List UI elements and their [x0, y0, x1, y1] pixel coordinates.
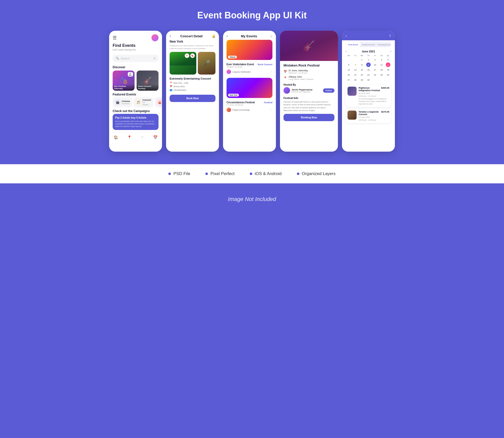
day-tu: Tu [352, 54, 359, 57]
calendar-day[interactable]: 25 [379, 73, 384, 77]
calendar-day[interactable]: 15 [360, 68, 364, 72]
calendar-day[interactable]: 20 [346, 73, 351, 77]
calendar-day[interactable]: 14 [353, 68, 358, 72]
share-icon[interactable]: ⇧ [389, 34, 391, 38]
calendar-day[interactable]: 17 [373, 68, 377, 72]
book-now-button[interactable]: Book Now [170, 95, 215, 102]
more-options-2[interactable]: ⋮ [269, 108, 272, 112]
back-icon-events[interactable]: ‹ [227, 34, 228, 38]
concert-card[interactable]: 🎸 Rock ConcertSunday [137, 71, 159, 91]
calendar-day[interactable]: 9 [366, 62, 371, 67]
bookmark-icon[interactable]: 🔖 [190, 53, 195, 58]
event-thumb-1 [348, 87, 357, 96]
home-nav-icon[interactable]: 🏠 [114, 135, 118, 139]
calendar-day[interactable]: 6 [346, 62, 351, 67]
search-bar[interactable]: 🔍 Search ⊞ [113, 55, 159, 62]
festival-card[interactable]: 🎭 17Dec Dec FestivalSaturday [113, 71, 135, 91]
event-info-cal-2: Tenetur a Sapiente Concert $270.00 12 Ju… [359, 111, 389, 121]
concert-image-2: 🎤 [198, 52, 215, 75]
feature-dot-pixel [205, 173, 208, 175]
menu-icon[interactable]: ☰ [113, 35, 117, 41]
calendar-day[interactable]: 16 [366, 68, 371, 72]
concert-detail-title: Concert Detail [180, 34, 203, 38]
follow-button[interactable]: Follow [323, 88, 334, 93]
event-info-2: Circumstances Festival Festival 27 June,… [223, 100, 276, 107]
calendar-day[interactable]: 28 [353, 78, 358, 82]
screen1-header: ☰ [109, 31, 162, 43]
footer-text: Image Not Included [5, 196, 499, 203]
tab-free-event[interactable]: Free Event [345, 42, 361, 47]
calendar-day[interactable]: 10 [373, 62, 377, 67]
calendar-day[interactable]: 27 [346, 78, 351, 82]
calendar-day[interactable]: 21 [353, 73, 358, 77]
concert-count: 16 events [142, 101, 151, 106]
calendar-event-2[interactable]: Tenetur a Sapiente Concert $270.00 12 Ju… [345, 109, 391, 123]
tab-trending-event[interactable]: Trending Event [376, 42, 391, 47]
host-left: Jarvis Pepperspray Dolorem eum fugiat qu… [284, 87, 312, 94]
calendar-day[interactable]: 19 [386, 68, 390, 72]
concert-description: Vestibulum nec felis laoreet, euismod mi… [166, 44, 219, 52]
my-events-header: ‹ My Events ⊟ [223, 31, 276, 40]
feature-label-ios: iOS & Android [255, 171, 282, 176]
calendar-next-icon[interactable]: › [390, 50, 391, 53]
calendar-day[interactable]: 7 [353, 62, 358, 67]
calendar-day[interactable]: 13 [346, 68, 351, 72]
location-icon: 📍 [170, 82, 172, 84]
favorites-nav-icon[interactable]: ♡ [141, 135, 144, 139]
calendar-day[interactable]: 29 [360, 78, 364, 82]
more-options-1[interactable]: ⋮ [269, 70, 272, 74]
event-date-1: 18 April, 11:00 pm [227, 66, 272, 68]
calendar-day[interactable]: 11 [379, 62, 384, 67]
calendar-back-icon[interactable]: ‹ [345, 34, 347, 38]
feature-dot-psd [168, 173, 171, 175]
back-icon[interactable]: ‹ [170, 34, 171, 38]
calendar-day[interactable]: 24 [373, 73, 377, 77]
host-row-2: Fergus Douchebag ⋮ [223, 107, 276, 114]
calendar-day[interactable]: 1 [360, 57, 364, 62]
campaign-label: Check out the Campaigns [109, 107, 162, 114]
host-avatar-1 [227, 70, 231, 74]
festival-date: 17Dec [128, 72, 133, 77]
cinema-feat-item[interactable]: 🎬 Cinema 9 events [113, 97, 132, 107]
day-th: Th [365, 54, 372, 57]
feature-dot-ios [250, 173, 252, 175]
grid-filter-icon[interactable]: ⊟ [270, 35, 272, 38]
calendar-day[interactable]: 8 [360, 62, 364, 67]
calendar-day[interactable]: 18 [379, 68, 384, 72]
booking-now-button[interactable]: Booking Now [284, 114, 334, 121]
festival-card-label: Dec FestivalSaturday [114, 85, 133, 90]
calendar-day[interactable]: 22 [360, 73, 364, 77]
screen-my-events: ‹ My Events ⊟ Albany Ever Undertakes Eve… [223, 31, 276, 152]
host-sub: Dolorem eum fugiat quo [292, 91, 312, 93]
calendar-day[interactable]: 3 [373, 57, 377, 62]
host-info: Jarvis Pepperspray Dolorem eum fugiat qu… [292, 88, 312, 93]
festival-location-sub: Long Street, Uliam Corporis [289, 78, 313, 80]
calendar-prev-icon[interactable]: ‹ [345, 50, 346, 53]
festival-date-info: 27 June, Saturday 09:00 pm / 11:30 pm [289, 69, 308, 74]
cinema-label: Cinema [122, 100, 130, 103]
more-feat-item[interactable]: 🎪 [155, 97, 162, 107]
location-nav-icon[interactable]: 📍 [127, 135, 132, 139]
calendar-nav-icon[interactable]: 📅 [153, 135, 158, 139]
avatar [151, 34, 159, 41]
calendar-event-1[interactable]: Righteous Indignation Festival $300.00 0… [345, 85, 391, 107]
calendar-day[interactable]: 12 [386, 62, 390, 67]
heart-icon[interactable]: ♥ [185, 53, 189, 58]
event-date-2: 27 June, 02:00 pm [227, 104, 272, 106]
calendar-day [346, 57, 351, 62]
calendar-day[interactable]: 26 [386, 73, 390, 77]
calendar-day[interactable]: 30 [366, 78, 371, 82]
host-name: Jarvis Pepperspray [292, 88, 312, 91]
festival-location: Albany, USA [289, 76, 313, 78]
my-events-title: My Events [241, 34, 257, 38]
calendar-day[interactable]: 5 [386, 57, 390, 62]
event-card-2[interactable]: New York [227, 78, 272, 98]
concert-feat-item[interactable]: 🎵 Concert 16 events [134, 97, 153, 107]
calendar-day[interactable]: 23 [366, 73, 371, 77]
bell-icon[interactable]: 🔔 [212, 35, 215, 38]
calendar-day[interactable]: 2 [366, 57, 371, 62]
festival-location-info: Albany, USA Long Street, Uliam Corporis [289, 76, 313, 80]
event-card-1[interactable]: Albany [227, 40, 272, 60]
calendar-day[interactable]: 4 [379, 57, 384, 62]
tab-featured-event[interactable]: Featured Event [361, 42, 376, 47]
